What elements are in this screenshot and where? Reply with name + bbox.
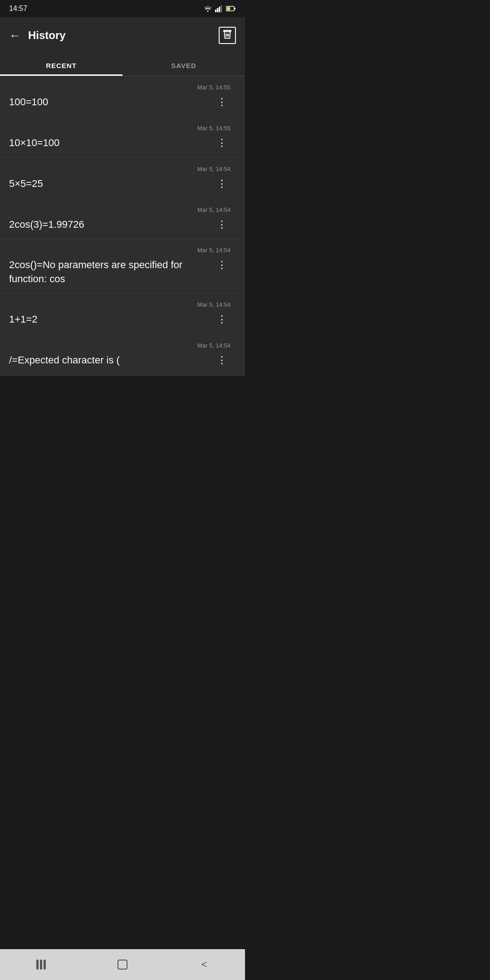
list-item[interactable]: Mar 5, 14:55 10×10=100 ⋮ <box>0 117 245 158</box>
list-item[interactable]: Mar 5, 14:54 2cos(3)=1.99726 ⋮ <box>0 199 245 240</box>
history-item-menu-button[interactable]: ⋮ <box>213 177 230 191</box>
svg-rect-0 <box>215 10 216 12</box>
back-button[interactable]: ← <box>9 29 21 41</box>
list-item[interactable]: Mar 5, 14:55 100=100 ⋮ <box>0 76 245 117</box>
history-item-expression: 1+1=2 <box>9 313 213 327</box>
tab-bar: RECENT SAVED <box>0 54 245 76</box>
history-item-content-5: Mar 5, 14:54 1+1=2 ⋮ <box>9 301 236 327</box>
history-item-expression: 10×10=100 <box>9 136 213 150</box>
signal-icon <box>215 5 223 12</box>
history-item-menu-button[interactable]: ⋮ <box>213 353 230 367</box>
list-item[interactable]: Mar 5, 14:54 1+1=2 ⋮ <box>0 294 245 335</box>
history-item-content-6: Mar 5, 14:54 /=Expected character is ( ⋮ <box>9 342 236 368</box>
history-item-timestamp: Mar 5, 14:54 <box>9 206 230 213</box>
history-item-expression: 100=100 <box>9 95 213 109</box>
list-item[interactable]: Mar 5, 14:54 5×5=25 ⋮ <box>0 158 245 199</box>
history-item-expression: 2cos()=No parameters are specified for f… <box>9 258 213 286</box>
history-item-content-4: Mar 5, 14:54 2cos()=No parameters are sp… <box>9 247 236 286</box>
svg-rect-2 <box>219 7 220 12</box>
app-header: ← History <box>0 17 245 54</box>
history-item-timestamp: Mar 5, 14:55 <box>9 84 230 91</box>
history-item-content-3: Mar 5, 14:54 2cos(3)=1.99726 ⋮ <box>9 206 236 232</box>
header-left: ← History <box>9 29 66 42</box>
history-item-menu-button[interactable]: ⋮ <box>213 95 230 109</box>
history-item-menu-button[interactable]: ⋮ <box>213 218 230 231</box>
svg-rect-6 <box>234 8 235 10</box>
history-item-timestamp: Mar 5, 14:54 <box>9 342 230 349</box>
wifi-icon <box>203 5 212 12</box>
history-item-menu-button[interactable]: ⋮ <box>213 258 230 272</box>
list-item[interactable]: Mar 5, 14:54 2cos()=No parameters are sp… <box>0 240 245 294</box>
clear-history-button[interactable] <box>219 27 236 44</box>
battery-icon <box>226 5 236 12</box>
history-item-timestamp: Mar 5, 14:55 <box>9 125 230 132</box>
history-item-timestamp: Mar 5, 14:54 <box>9 301 230 308</box>
svg-rect-7 <box>227 7 230 10</box>
history-list: Mar 5, 14:55 100=100 ⋮ Mar 5, 14:55 10×1… <box>0 76 245 376</box>
history-item-expression: 5×5=25 <box>9 177 213 191</box>
history-item-content-0: Mar 5, 14:55 100=100 ⋮ <box>9 84 236 109</box>
history-item-timestamp: Mar 5, 14:54 <box>9 166 230 172</box>
history-item-menu-button[interactable]: ⋮ <box>213 136 230 150</box>
tab-recent[interactable]: RECENT <box>0 54 122 76</box>
history-item-content-2: Mar 5, 14:54 5×5=25 ⋮ <box>9 166 236 191</box>
svg-rect-1 <box>217 8 218 12</box>
history-item-timestamp: Mar 5, 14:54 <box>9 247 230 254</box>
history-item-content-1: Mar 5, 14:55 10×10=100 ⋮ <box>9 125 236 150</box>
tab-saved[interactable]: SAVED <box>122 54 245 76</box>
history-item-expression: /=Expected character is ( <box>9 353 213 368</box>
history-item-expression: 2cos(3)=1.99726 <box>9 218 213 232</box>
status-bar: 14:57 <box>0 0 245 17</box>
svg-rect-12 <box>225 30 230 32</box>
trash-icon <box>222 29 232 39</box>
status-icons <box>203 5 236 12</box>
svg-rect-3 <box>220 5 222 12</box>
list-item[interactable]: Mar 5, 14:54 /=Expected character is ( ⋮ <box>0 335 245 376</box>
page-title: History <box>28 29 66 42</box>
history-item-menu-button[interactable]: ⋮ <box>213 313 230 326</box>
status-time: 14:57 <box>9 5 27 13</box>
